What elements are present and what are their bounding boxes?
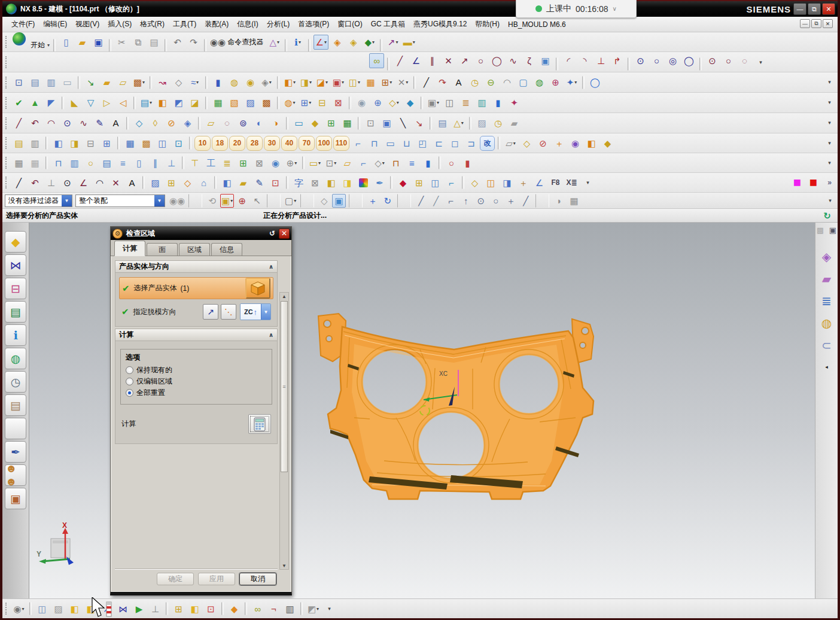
cube-shaded-icon[interactable]: ▣ — [332, 194, 346, 208]
sarc-icon[interactable]: ↶ — [28, 116, 42, 130]
dia2-icon[interactable]: ◆ — [403, 95, 418, 110]
fit-screen-icon[interactable]: ▣ — [828, 225, 838, 235]
d11-icon[interactable]: ◇ — [180, 175, 195, 190]
dotc-icon[interactable]: ◌ — [220, 116, 235, 130]
grid3-icon[interactable]: ▦ — [11, 156, 26, 171]
cross2-icon[interactable]: ＋ — [516, 175, 531, 190]
ring-icon[interactable]: ◯ — [588, 75, 602, 90]
refresh-icon[interactable]: ↻ — [820, 208, 835, 223]
visual-wand-icon[interactable]: ✒ — [5, 441, 26, 463]
radio-option[interactable]: 仅编辑区域 — [126, 376, 267, 387]
corner-icon[interactable]: ◤ — [44, 95, 59, 110]
snap8-icon[interactable]: ╱ — [519, 194, 532, 208]
tee-icon[interactable]: ⊤ — [187, 156, 202, 171]
win2-icon[interactable]: ⊡ — [363, 116, 378, 130]
snap2-icon[interactable]: ╱ — [429, 194, 443, 208]
dim-icon[interactable]: ⊠ — [308, 175, 322, 190]
sarc2-icon[interactable]: ◠ — [44, 116, 59, 130]
shape8-icon[interactable]: ⊐ — [464, 136, 479, 151]
start-logo[interactable] — [11, 32, 27, 46]
shape3-icon[interactable]: ▭ — [383, 136, 398, 151]
shape2-icon[interactable]: ⊓ — [367, 136, 382, 151]
trim-icon[interactable]: ⊥ — [594, 53, 608, 68]
pocket-icon[interactable]: ▦ — [363, 75, 378, 90]
bar-icon[interactable]: ▮ — [211, 75, 226, 90]
spin-icon[interactable]: ⟲ — [205, 194, 219, 208]
bslash-icon[interactable]: ╲ — [395, 116, 410, 130]
d14-icon[interactable]: ▰ — [236, 175, 251, 190]
ell-icon[interactable]: ⌐ — [356, 156, 371, 171]
snap4-icon[interactable]: ↑ — [459, 194, 473, 208]
polyline-icon[interactable]: ∠ — [409, 53, 424, 68]
grayed-icon[interactable]: ▩ — [815, 225, 825, 235]
plus2-icon[interactable]: ⊕ — [370, 95, 385, 110]
sphere-icon[interactable]: ◉ — [243, 75, 258, 90]
web-browser-icon[interactable]: ℹ — [5, 324, 26, 346]
sheet3-icon[interactable]: ▤ — [99, 156, 114, 171]
frame-icon[interactable]: ⊞ — [412, 175, 427, 190]
grid-icon[interactable]: ⊞▾ — [299, 95, 314, 110]
ghost-icon[interactable]: ◇ — [171, 75, 186, 90]
brush-icon[interactable]: ✒ — [372, 175, 387, 190]
clock-icon[interactable]: ◷ — [467, 75, 482, 90]
screen-recorder-overlay[interactable]: 上课中 00:16:08 ∨ — [516, 0, 637, 18]
pillars-icon[interactable]: ∥ — [148, 156, 163, 171]
gallery-icon[interactable]: ▣ — [5, 488, 26, 509]
box1-icon[interactable]: ▤ — [11, 136, 26, 151]
row5-more[interactable]: ▾ — [822, 116, 837, 130]
sline-icon[interactable]: ╱ — [11, 116, 26, 130]
hd3d-icon[interactable]: ◍ — [5, 348, 26, 369]
plus4-icon[interactable]: ⊕▾ — [284, 156, 299, 171]
ybox-icon[interactable]: ◧ — [324, 175, 339, 190]
edit-button[interactable]: 改 — [480, 136, 495, 151]
patch-icon[interactable]: ◍ — [532, 75, 547, 90]
mold3-icon[interactable]: ⊟ — [83, 136, 98, 151]
dia-icon[interactable]: ◇▾ — [386, 95, 401, 110]
sspline-icon[interactable]: ∿ — [76, 116, 91, 130]
star-icon[interactable]: ✦▾ — [564, 75, 579, 90]
mold4-icon[interactable]: ⊞ — [99, 136, 114, 151]
folder2-icon[interactable]: ▰ — [99, 75, 114, 90]
snap6-icon[interactable]: ○ — [489, 194, 503, 208]
open-icon[interactable]: ▰ — [75, 35, 90, 50]
clock2-icon[interactable]: ◷ — [491, 116, 506, 130]
move-face-icon[interactable]: ◈ — [819, 249, 834, 264]
pan-icon[interactable]: ＋ — [366, 194, 379, 208]
grid-snap-icon[interactable]: ▦ — [567, 194, 581, 208]
undo-icon[interactable]: ↶ — [170, 35, 185, 50]
components-icon[interactable]: ◫ — [35, 601, 50, 616]
tube-icon[interactable]: ⊂ — [819, 338, 834, 352]
compute-button[interactable] — [248, 414, 271, 434]
d13-icon[interactable]: ◧ — [220, 175, 235, 190]
scroll-up-icon[interactable]: ▲ — [280, 293, 288, 300]
shape7-icon[interactable]: ◻ — [448, 136, 462, 151]
shape4-icon[interactable]: ⊔ — [399, 136, 414, 151]
gem2-icon[interactable]: ◈ — [180, 116, 195, 130]
row8-dd[interactable]: ▾ — [580, 175, 595, 190]
maximize-button[interactable]: ⧉ — [808, 3, 821, 15]
sketch-icon[interactable]: ◈ — [330, 35, 345, 50]
doc-restore-button[interactable]: ⧉ — [811, 19, 821, 28]
mold5-icon[interactable]: ▦ — [123, 136, 138, 151]
ellipse-icon[interactable]: ◯ — [489, 53, 504, 68]
cols-icon[interactable]: ▥ — [474, 95, 489, 110]
plane2-icon[interactable]: ◊ — [148, 116, 163, 130]
brain-icon[interactable]: ▣▾ — [426, 95, 441, 110]
circle-tangent-icon[interactable]: ◎ — [665, 53, 680, 68]
spark-icon[interactable]: ↝ — [155, 75, 170, 90]
datum-csys-icon[interactable]: ∠▾ — [314, 35, 328, 50]
profile-chain-icon[interactable]: ∞ — [369, 53, 384, 68]
circle-center-icon[interactable]: ⊙ — [633, 53, 648, 68]
export-icon[interactable]: ▱ — [115, 75, 130, 90]
face-icon[interactable]: ◧ — [155, 95, 170, 110]
select-product-solid-row[interactable]: ✔ 选择产品实体 (1) — [119, 277, 273, 299]
lines2-icon[interactable]: ≡ — [404, 156, 419, 171]
minimize-button[interactable]: — — [793, 3, 806, 15]
mold2-icon[interactable]: ◨ — [67, 136, 82, 151]
row2-more[interactable]: ▾ — [753, 55, 768, 70]
window-icon[interactable]: ⊡ — [11, 75, 26, 90]
radio-option[interactable]: 保持现有的 — [126, 364, 267, 376]
win3-icon[interactable]: ⊡▾ — [324, 156, 339, 171]
circle-dash-icon[interactable]: ○ — [473, 53, 488, 68]
sketch-task-icon[interactable]: ◈ — [346, 35, 361, 50]
